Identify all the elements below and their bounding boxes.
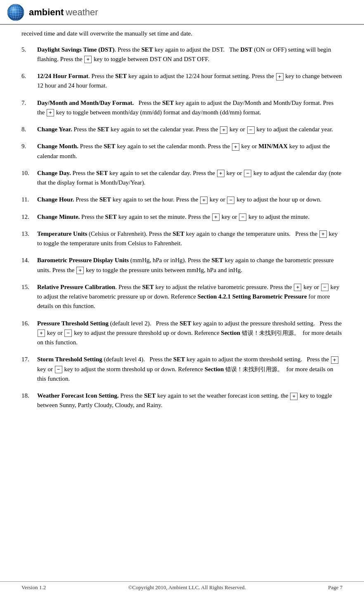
item-number: 10. (21, 168, 37, 188)
list-item: 12.Change Minute. Press the SET key agai… (21, 212, 343, 222)
logo-icon (7, 3, 25, 21)
list-item: 15.Relative Pressure Calibration. Press … (21, 282, 343, 311)
svg-point-7 (11, 7, 15, 11)
footer-page: Page 7 (328, 584, 343, 591)
logo-ambient: ambient (29, 7, 64, 18)
list-item: 14.Barometric Pressure Display Units (mm… (21, 256, 343, 275)
item-body: Relative Pressure Calibration. Press the… (37, 282, 343, 311)
item-body: Change Year. Press the SET key again to … (37, 125, 343, 134)
list-item: 10.Change Day. Press the SET key again t… (21, 168, 343, 188)
footer-copyright: ©Copyright 2010, Ambient LLC. All Rights… (128, 584, 246, 591)
item-number: 8. (21, 125, 37, 134)
item-body: Pressure Threshold Setting (default leve… (37, 319, 343, 348)
item-number: 15. (21, 282, 37, 311)
intro-paragraph: received time and date will overwrite th… (21, 29, 343, 38)
item-number: 14. (21, 256, 37, 275)
item-number: 9. (21, 142, 37, 161)
item-number: 7. (21, 98, 37, 118)
list-item: 7.Day/Month and Month/Day Format. Press … (21, 98, 343, 118)
item-number: 18. (21, 391, 37, 410)
item-number: 16. (21, 319, 37, 348)
logo-weather: weather (66, 7, 98, 18)
item-body: 12/24 Hour Format. Press the SET key aga… (37, 71, 343, 91)
page-footer: Version 1.2 ©Copyright 2010, Ambient LLC… (0, 581, 364, 591)
item-body: Change Minute. Press the SET key again t… (37, 212, 343, 222)
item-body: Storm Threshold Setting (default level 4… (37, 355, 343, 384)
items-list: 5.Daylight Savings Time (DST). Press the… (21, 45, 343, 410)
item-body: Daylight Savings Time (DST). Press the S… (37, 45, 343, 64)
item-number: 11. (21, 195, 37, 204)
list-item: 5.Daylight Savings Time (DST). Press the… (21, 45, 343, 64)
list-item: 8.Change Year. Press the SET key again t… (21, 125, 343, 134)
item-body: Temperature Units (Celsius or Fahrenheit… (37, 229, 343, 249)
logo-text: ambient weather (29, 7, 98, 18)
item-body: Day/Month and Month/Day Format. Press th… (37, 98, 343, 118)
item-number: 13. (21, 229, 37, 249)
item-body: Change Month. Press the SET key again to… (37, 142, 343, 161)
list-item: 16.Pressure Threshold Setting (default l… (21, 319, 343, 348)
item-body: Weather Forecast Icon Setting. Press the… (37, 391, 343, 410)
list-item: 17.Storm Threshold Setting (default leve… (21, 355, 343, 384)
item-body: Change Hour. Press the SET key again to … (37, 195, 343, 204)
list-item: 9.Change Month. Press the SET key again … (21, 142, 343, 161)
list-item: 6.12/24 Hour Format. Press the SET key a… (21, 71, 343, 91)
list-item: 13.Temperature Units (Celsius or Fahrenh… (21, 229, 343, 249)
item-number: 12. (21, 212, 37, 222)
footer-version: Version 1.2 (21, 584, 46, 591)
item-body: Change Day. Press the SET key again to s… (37, 168, 343, 188)
item-body: Barometric Pressure Display Units (mmHg,… (37, 256, 343, 275)
main-content: received time and date will overwrite th… (0, 25, 364, 422)
item-number: 6. (21, 71, 37, 91)
list-item: 18.Weather Forecast Icon Setting. Press … (21, 391, 343, 410)
item-number: 5. (21, 45, 37, 64)
list-item: 11.Change Hour. Press the SET key again … (21, 195, 343, 204)
page-header: ambient weather (0, 0, 364, 25)
item-number: 17. (21, 355, 37, 384)
